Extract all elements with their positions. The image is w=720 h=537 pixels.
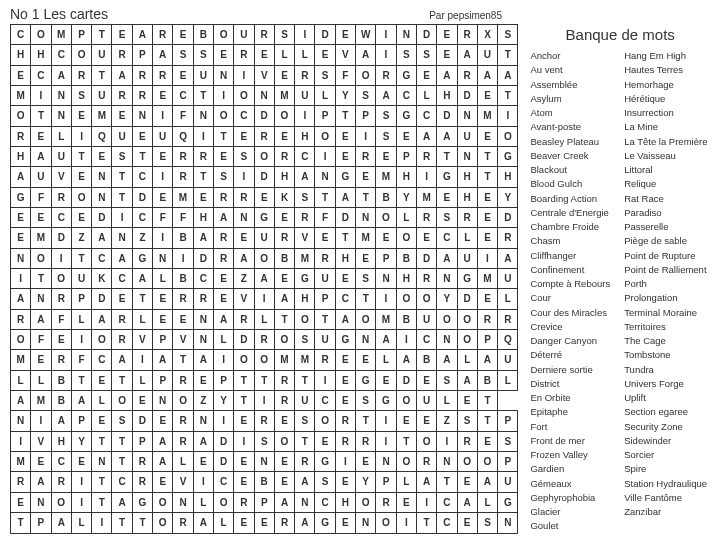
grid-cell: R [416,207,436,227]
grid-cell: D [213,451,233,471]
grid-cell: E [335,350,355,370]
grid-cell: D [92,207,112,227]
grid-cell: O [213,492,233,512]
grid-cell: A [31,309,51,329]
grid-cell: A [437,248,457,268]
grid-cell: R [112,85,132,105]
word-item: Déterré [530,348,610,362]
grid-cell: I [254,289,274,309]
word-item: En Orbite [530,391,610,405]
grid-cell: I [376,431,396,451]
grid-cell: O [234,350,254,370]
grid-cell: P [71,289,91,309]
grid-cell: I [213,411,233,431]
grid-cell: M [51,25,71,45]
grid-cell: A [92,309,112,329]
grid-cell: A [51,411,71,431]
grid-cell: B [254,472,274,492]
grid-cell: A [295,472,315,492]
grid-cell: U [498,472,518,492]
grid-cell: E [335,146,355,166]
grid-cell: C [173,85,193,105]
grid-cell: B [376,187,396,207]
grid-cell: S [295,411,315,431]
grid-cell: O [274,329,294,349]
grid-cell: Y [335,85,355,105]
grid-cell: M [11,85,31,105]
grid-cell: A [51,512,71,533]
grid-cell: I [71,472,91,492]
grid-cell: T [356,411,376,431]
grid-cell: A [477,350,497,370]
grid-cell: E [477,431,497,451]
grid-cell: P [498,451,518,471]
grid-cell: G [437,167,457,187]
grid-cell: R [477,309,497,329]
grid-cell: T [477,411,497,431]
word-item: Crevice [530,320,610,334]
grid-cell: N [173,492,193,512]
word-item: Fort [530,420,610,434]
grid-cell: S [356,85,376,105]
grid-cell: T [112,512,132,533]
grid-cell: S [437,370,457,390]
grid-cell: E [193,451,213,471]
grid-cell: I [234,65,254,85]
grid-cell: Y [71,431,91,451]
grid-cell: N [153,248,173,268]
grid-cell: I [193,472,213,492]
grid-cell: C [92,350,112,370]
grid-cell: E [234,512,254,533]
grid-cell: R [51,289,71,309]
grid-cell: I [153,106,173,126]
grid-cell: P [71,25,91,45]
grid-cell: E [153,472,173,492]
grid-cell: E [274,451,294,471]
grid-cell: E [31,451,51,471]
grid-cell: D [92,289,112,309]
grid-cell: B [193,25,213,45]
grid-cell: H [457,167,477,187]
grid-cell: E [315,431,335,451]
grid-cell: S [295,187,315,207]
grid-cell: E [254,187,274,207]
grid-cell: E [234,126,254,146]
grid-cell: G [315,512,335,533]
grid-cell: L [31,370,51,390]
grid-cell: R [457,207,477,227]
grid-cell: D [335,207,355,227]
grid-cell: F [335,65,355,85]
grid-cell: E [213,45,233,65]
grid-cell: N [92,167,112,187]
grid-cell: G [335,329,355,349]
grid-cell: R [173,167,193,187]
grid-cell: M [295,350,315,370]
grid-cell: R [376,65,396,85]
grid-cell: L [213,512,233,533]
grid-cell: B [396,248,416,268]
grid-cell: E [11,492,31,512]
grid-cell: R [132,472,152,492]
word-item: Confinement [530,263,610,277]
grid-cell: O [254,350,274,370]
word-item: Le Vaisseau [624,149,707,163]
grid-cell: U [315,268,335,288]
grid-cell: V [132,329,152,349]
grid-cell: C [437,512,457,533]
grid-cell: B [396,309,416,329]
grid-cell: O [234,85,254,105]
grid-cell: N [437,451,457,471]
word-item: Gephyrophobia [530,491,610,505]
grid-cell: I [71,126,91,146]
grid-cell: E [153,85,173,105]
grid-cell: C [437,228,457,248]
grid-cell: C [213,472,233,492]
grid-cell: T [437,472,457,492]
grid-cell: E [11,65,31,85]
grid-cell: I [71,329,91,349]
grid-cell: Z [234,268,254,288]
grid-cell: R [498,309,518,329]
grid-cell: S [356,390,376,410]
grid-cell: I [234,431,254,451]
grid-cell: O [498,126,518,146]
